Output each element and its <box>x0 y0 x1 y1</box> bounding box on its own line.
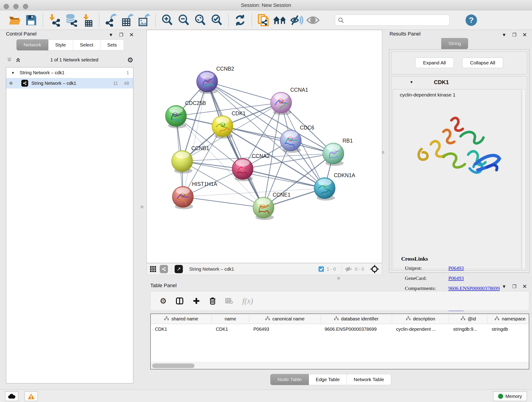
vertical-splitter-handle[interactable] <box>141 206 143 208</box>
help-button[interactable]: ? <box>466 14 477 26</box>
table-cell[interactable]: stringdb:9... <box>449 324 488 334</box>
table-options-gear-icon[interactable]: ⚙ <box>160 296 167 306</box>
node-entry-header[interactable]: ▼ CDK1 <box>391 76 527 88</box>
hide-glass-eye-icon[interactable] <box>288 13 305 27</box>
tab-style[interactable]: Style <box>48 39 73 51</box>
network-node-CDK1[interactable]: CDK1 <box>212 110 246 139</box>
create-column-plus-icon[interactable] <box>193 297 200 305</box>
network-node-CDC25B[interactable]: CDC25B <box>165 100 206 128</box>
selected-checkbox-icon[interactable] <box>318 266 324 272</box>
network-share-view-icon[interactable] <box>160 265 168 273</box>
grid-view-icon[interactable] <box>150 266 157 273</box>
maximize-panel-icon[interactable]: ❐ <box>512 32 516 38</box>
network-node-CDKN1A[interactable]: CDKN1A <box>314 172 355 201</box>
show-columns-icon[interactable] <box>176 297 184 305</box>
tab-network[interactable]: Network <box>17 39 48 51</box>
memory-button[interactable]: Memory <box>493 391 527 401</box>
horizontal-splitter-handle[interactable] <box>337 277 340 280</box>
column-header-shared-name[interactable]: shared name <box>151 314 212 324</box>
hidden-eye-slash-icon[interactable] <box>345 266 353 272</box>
main-toolbar: ? <box>0 11 532 30</box>
edge-HIST1H1A-CCNE1[interactable] <box>183 197 264 208</box>
network-node-RB1[interactable]: RB1 <box>323 138 353 166</box>
string-home-icon[interactable] <box>272 13 288 27</box>
clone-network-icon[interactable] <box>255 13 272 27</box>
search-input[interactable] <box>346 17 447 23</box>
tab-sets[interactable]: Sets <box>100 39 124 51</box>
table-cell[interactable]: 9606.ENSP00000378699 <box>321 324 392 334</box>
network-tree-root-row[interactable]: ▼ String Network – cdk1 1 <box>6 67 133 78</box>
zoom-fit-icon[interactable] <box>192 13 209 27</box>
tab-select[interactable]: Select <box>73 39 100 51</box>
tab-network-table[interactable]: Network Table <box>347 374 391 385</box>
tab-edge-table[interactable]: Edge Table <box>309 374 347 385</box>
crosslink-link[interactable]: P06493 <box>448 265 464 271</box>
show-eye-icon[interactable] <box>305 13 321 27</box>
close-panel-icon[interactable]: ✕ <box>522 32 527 38</box>
search-box[interactable] <box>335 15 450 26</box>
collapse-entry-icon[interactable]: ▼ <box>410 80 413 84</box>
warnings-button[interactable] <box>25 391 38 401</box>
column-header-database-identifier[interactable]: database identifier <box>321 314 392 324</box>
export-network-icon[interactable] <box>103 13 119 27</box>
float-panel-icon[interactable]: ▼ <box>109 32 113 38</box>
edge-CDK1-RB1[interactable] <box>222 126 333 153</box>
network-node-CCNA1[interactable]: CCNA1 <box>271 87 308 115</box>
table-cell[interactable]: CDK1 <box>212 324 249 334</box>
open-session-icon[interactable] <box>6 13 23 27</box>
network-node-CDC6[interactable]: CDC6 <box>280 125 314 153</box>
column-header-canonical-name[interactable]: canonical name <box>249 314 321 324</box>
table-cell[interactable]: P06493 <box>249 324 321 334</box>
table-cell[interactable]: cyclin-dependent ... <box>392 324 449 334</box>
table-cell[interactable]: CDK1 <box>151 324 212 334</box>
zoom-out-icon[interactable] <box>176 13 192 27</box>
collapse-all-button[interactable]: Collapse All <box>462 57 503 68</box>
maximize-panel-icon[interactable]: ❐ <box>512 284 516 289</box>
table-row[interactable]: CDK1CDK1P064939606.ENSP00000378699cyclin… <box>151 324 529 334</box>
network-options-gear-icon[interactable]: ⚙ <box>127 56 133 64</box>
tab-node-table[interactable]: Node Table <box>270 374 309 385</box>
fit-selected-crosshair-icon[interactable] <box>370 264 379 274</box>
network-node-CCNB2[interactable]: CCNB2 <box>196 66 234 94</box>
close-panel-icon[interactable]: ✕ <box>129 32 134 38</box>
table-horizontal-scrollbar[interactable] <box>151 362 529 369</box>
zoom-in-icon[interactable] <box>159 13 176 27</box>
table-cell[interactable]: stringdb <box>488 324 529 334</box>
network-view-statusbar: ↗ String Network – cdk1 1 - 0 0 - 0 <box>147 263 382 275</box>
apply-style-refresh-icon[interactable] <box>232 13 248 27</box>
import-table-file-icon[interactable] <box>79 13 96 27</box>
control-panel-tabs: NetworkStyleSelectSets <box>17 39 124 51</box>
zoom-selected-icon[interactable] <box>209 13 225 27</box>
column-header-namespace[interactable]: namespace <box>488 314 529 324</box>
export-image-icon[interactable] <box>136 13 152 27</box>
import-network-file-icon[interactable] <box>46 13 63 27</box>
scrollbar-thumb[interactable] <box>152 364 195 368</box>
birdseye-view-icon[interactable]: ↗ <box>175 265 183 273</box>
tree-expander-icon[interactable]: ▼ <box>11 71 15 75</box>
float-panel-icon[interactable]: ▼ <box>502 284 506 289</box>
column-header--id[interactable]: @id <box>449 314 488 324</box>
edge-CCNB2-CCNA1[interactable] <box>207 82 281 103</box>
expand-all-chevron-icon[interactable] <box>15 56 22 63</box>
edge-CCNB2-HIST1H1A[interactable] <box>183 82 207 197</box>
network-view-canvas[interactable]: CCNB2CCNA1CDC25BCDK1CDC6RB1CCNB1CCNA2CDK… <box>147 30 382 263</box>
crosslink-link[interactable]: P06493 <box>448 275 464 281</box>
edge-CCNA2-CDKN1A[interactable] <box>243 169 325 188</box>
collapse-all-chevron-icon[interactable] <box>6 56 13 63</box>
network-tree-child-row[interactable]: String Network – cdk1 11 48 <box>6 78 133 89</box>
tab-string[interactable]: String <box>441 38 468 49</box>
cloud-status-button[interactable] <box>5 391 18 401</box>
import-network-database-icon[interactable] <box>63 13 79 27</box>
results-scrollbar[interactable] <box>522 89 526 269</box>
save-session-icon[interactable] <box>23 13 39 27</box>
delete-column-trash-icon[interactable] <box>209 297 216 305</box>
expand-all-button[interactable]: Expand All <box>415 57 454 68</box>
close-panel-icon[interactable]: ✕ <box>522 283 527 290</box>
float-panel-icon[interactable]: ▼ <box>502 32 506 38</box>
edge-CCNB2-CCNE1[interactable] <box>207 82 264 208</box>
export-table-icon[interactable] <box>119 13 136 27</box>
network-node-CCNB1[interactable]: CCNB1 <box>172 145 209 173</box>
maximize-panel-icon[interactable]: ❐ <box>119 32 123 38</box>
column-header-description[interactable]: description <box>392 314 449 324</box>
column-header-name[interactable]: name <box>212 314 249 324</box>
